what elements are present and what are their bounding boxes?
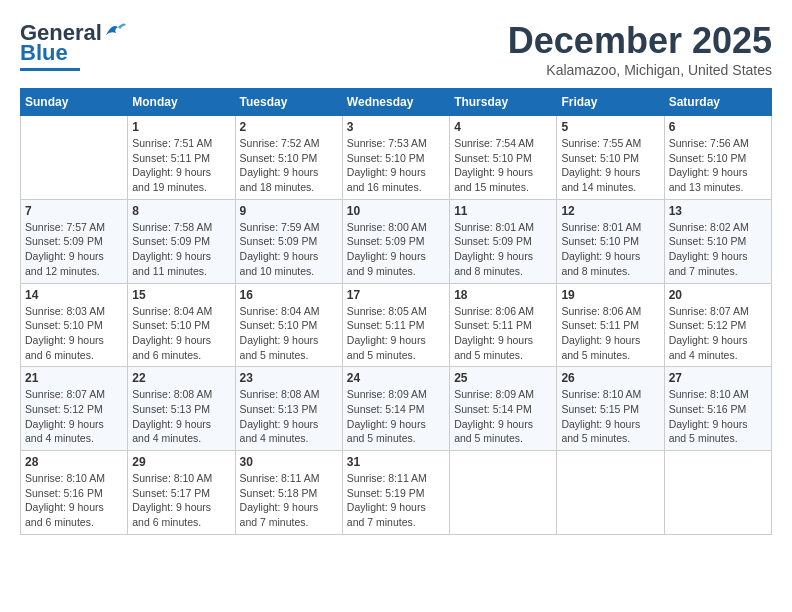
calendar-cell: 4 Sunrise: 7:54 AMSunset: 5:10 PMDayligh…	[450, 116, 557, 200]
day-number: 1	[132, 120, 230, 134]
day-info: Sunrise: 8:11 AMSunset: 5:19 PMDaylight:…	[347, 471, 445, 530]
day-info: Sunrise: 8:10 AMSunset: 5:17 PMDaylight:…	[132, 471, 230, 530]
calendar-cell: 2 Sunrise: 7:52 AMSunset: 5:10 PMDayligh…	[235, 116, 342, 200]
day-info: Sunrise: 7:52 AMSunset: 5:10 PMDaylight:…	[240, 136, 338, 195]
calendar-cell: 23 Sunrise: 8:08 AMSunset: 5:13 PMDaylig…	[235, 367, 342, 451]
day-number: 25	[454, 371, 552, 385]
calendar-cell: 9 Sunrise: 7:59 AMSunset: 5:09 PMDayligh…	[235, 199, 342, 283]
day-info: Sunrise: 7:53 AMSunset: 5:10 PMDaylight:…	[347, 136, 445, 195]
day-number: 24	[347, 371, 445, 385]
day-number: 21	[25, 371, 123, 385]
calendar-cell: 13 Sunrise: 8:02 AMSunset: 5:10 PMDaylig…	[664, 199, 771, 283]
weekday-header-friday: Friday	[557, 89, 664, 116]
logo-underline	[20, 68, 80, 71]
weekday-header-monday: Monday	[128, 89, 235, 116]
calendar-cell: 21 Sunrise: 8:07 AMSunset: 5:12 PMDaylig…	[21, 367, 128, 451]
day-number: 12	[561, 204, 659, 218]
calendar-cell: 29 Sunrise: 8:10 AMSunset: 5:17 PMDaylig…	[128, 451, 235, 535]
day-number: 22	[132, 371, 230, 385]
weekday-header-sunday: Sunday	[21, 89, 128, 116]
day-info: Sunrise: 8:08 AMSunset: 5:13 PMDaylight:…	[132, 387, 230, 446]
day-number: 2	[240, 120, 338, 134]
day-info: Sunrise: 7:51 AMSunset: 5:11 PMDaylight:…	[132, 136, 230, 195]
day-info: Sunrise: 8:08 AMSunset: 5:13 PMDaylight:…	[240, 387, 338, 446]
day-info: Sunrise: 8:02 AMSunset: 5:10 PMDaylight:…	[669, 220, 767, 279]
day-number: 8	[132, 204, 230, 218]
calendar-cell: 1 Sunrise: 7:51 AMSunset: 5:11 PMDayligh…	[128, 116, 235, 200]
day-number: 31	[347, 455, 445, 469]
day-info: Sunrise: 8:11 AMSunset: 5:18 PMDaylight:…	[240, 471, 338, 530]
page-header: General Blue December 2025 Kalamazoo, Mi…	[20, 20, 772, 78]
day-number: 15	[132, 288, 230, 302]
calendar-cell: 12 Sunrise: 8:01 AMSunset: 5:10 PMDaylig…	[557, 199, 664, 283]
day-info: Sunrise: 8:09 AMSunset: 5:14 PMDaylight:…	[347, 387, 445, 446]
calendar-week-row: 14 Sunrise: 8:03 AMSunset: 5:10 PMDaylig…	[21, 283, 772, 367]
weekday-header-row: SundayMondayTuesdayWednesdayThursdayFrid…	[21, 89, 772, 116]
day-number: 4	[454, 120, 552, 134]
day-info: Sunrise: 8:10 AMSunset: 5:15 PMDaylight:…	[561, 387, 659, 446]
calendar-cell: 25 Sunrise: 8:09 AMSunset: 5:14 PMDaylig…	[450, 367, 557, 451]
day-number: 9	[240, 204, 338, 218]
day-info: Sunrise: 8:01 AMSunset: 5:10 PMDaylight:…	[561, 220, 659, 279]
weekday-header-saturday: Saturday	[664, 89, 771, 116]
calendar-table: SundayMondayTuesdayWednesdayThursdayFrid…	[20, 88, 772, 535]
day-number: 6	[669, 120, 767, 134]
day-info: Sunrise: 8:10 AMSunset: 5:16 PMDaylight:…	[669, 387, 767, 446]
calendar-cell: 19 Sunrise: 8:06 AMSunset: 5:11 PMDaylig…	[557, 283, 664, 367]
day-info: Sunrise: 8:04 AMSunset: 5:10 PMDaylight:…	[132, 304, 230, 363]
day-number: 27	[669, 371, 767, 385]
calendar-week-row: 21 Sunrise: 8:07 AMSunset: 5:12 PMDaylig…	[21, 367, 772, 451]
location: Kalamazoo, Michigan, United States	[508, 62, 772, 78]
day-info: Sunrise: 8:01 AMSunset: 5:09 PMDaylight:…	[454, 220, 552, 279]
title-block: December 2025 Kalamazoo, Michigan, Unite…	[508, 20, 772, 78]
calendar-cell	[450, 451, 557, 535]
calendar-cell: 18 Sunrise: 8:06 AMSunset: 5:11 PMDaylig…	[450, 283, 557, 367]
calendar-cell: 7 Sunrise: 7:57 AMSunset: 5:09 PMDayligh…	[21, 199, 128, 283]
day-info: Sunrise: 7:56 AMSunset: 5:10 PMDaylight:…	[669, 136, 767, 195]
weekday-header-thursday: Thursday	[450, 89, 557, 116]
day-number: 26	[561, 371, 659, 385]
day-number: 30	[240, 455, 338, 469]
calendar-cell: 6 Sunrise: 7:56 AMSunset: 5:10 PMDayligh…	[664, 116, 771, 200]
calendar-cell: 11 Sunrise: 8:01 AMSunset: 5:09 PMDaylig…	[450, 199, 557, 283]
day-info: Sunrise: 8:04 AMSunset: 5:10 PMDaylight:…	[240, 304, 338, 363]
day-info: Sunrise: 8:06 AMSunset: 5:11 PMDaylight:…	[454, 304, 552, 363]
day-number: 5	[561, 120, 659, 134]
day-info: Sunrise: 8:05 AMSunset: 5:11 PMDaylight:…	[347, 304, 445, 363]
logo: General Blue	[20, 20, 126, 71]
day-info: Sunrise: 7:57 AMSunset: 5:09 PMDaylight:…	[25, 220, 123, 279]
calendar-cell	[21, 116, 128, 200]
day-number: 20	[669, 288, 767, 302]
calendar-cell: 27 Sunrise: 8:10 AMSunset: 5:16 PMDaylig…	[664, 367, 771, 451]
day-number: 10	[347, 204, 445, 218]
calendar-cell: 28 Sunrise: 8:10 AMSunset: 5:16 PMDaylig…	[21, 451, 128, 535]
day-number: 3	[347, 120, 445, 134]
calendar-cell: 22 Sunrise: 8:08 AMSunset: 5:13 PMDaylig…	[128, 367, 235, 451]
calendar-cell: 8 Sunrise: 7:58 AMSunset: 5:09 PMDayligh…	[128, 199, 235, 283]
calendar-cell: 14 Sunrise: 8:03 AMSunset: 5:10 PMDaylig…	[21, 283, 128, 367]
calendar-cell: 31 Sunrise: 8:11 AMSunset: 5:19 PMDaylig…	[342, 451, 449, 535]
day-number: 14	[25, 288, 123, 302]
calendar-cell: 30 Sunrise: 8:11 AMSunset: 5:18 PMDaylig…	[235, 451, 342, 535]
logo-bird-icon	[104, 21, 126, 39]
day-info: Sunrise: 7:58 AMSunset: 5:09 PMDaylight:…	[132, 220, 230, 279]
day-number: 11	[454, 204, 552, 218]
day-info: Sunrise: 8:06 AMSunset: 5:11 PMDaylight:…	[561, 304, 659, 363]
calendar-cell: 20 Sunrise: 8:07 AMSunset: 5:12 PMDaylig…	[664, 283, 771, 367]
day-number: 17	[347, 288, 445, 302]
day-info: Sunrise: 7:59 AMSunset: 5:09 PMDaylight:…	[240, 220, 338, 279]
calendar-week-row: 7 Sunrise: 7:57 AMSunset: 5:09 PMDayligh…	[21, 199, 772, 283]
weekday-header-wednesday: Wednesday	[342, 89, 449, 116]
calendar-cell: 24 Sunrise: 8:09 AMSunset: 5:14 PMDaylig…	[342, 367, 449, 451]
day-info: Sunrise: 8:10 AMSunset: 5:16 PMDaylight:…	[25, 471, 123, 530]
calendar-cell: 26 Sunrise: 8:10 AMSunset: 5:15 PMDaylig…	[557, 367, 664, 451]
day-info: Sunrise: 8:03 AMSunset: 5:10 PMDaylight:…	[25, 304, 123, 363]
calendar-week-row: 28 Sunrise: 8:10 AMSunset: 5:16 PMDaylig…	[21, 451, 772, 535]
calendar-cell	[664, 451, 771, 535]
day-number: 7	[25, 204, 123, 218]
calendar-cell: 17 Sunrise: 8:05 AMSunset: 5:11 PMDaylig…	[342, 283, 449, 367]
logo-blue: Blue	[20, 40, 68, 66]
calendar-cell: 16 Sunrise: 8:04 AMSunset: 5:10 PMDaylig…	[235, 283, 342, 367]
day-info: Sunrise: 8:00 AMSunset: 5:09 PMDaylight:…	[347, 220, 445, 279]
day-info: Sunrise: 7:55 AMSunset: 5:10 PMDaylight:…	[561, 136, 659, 195]
